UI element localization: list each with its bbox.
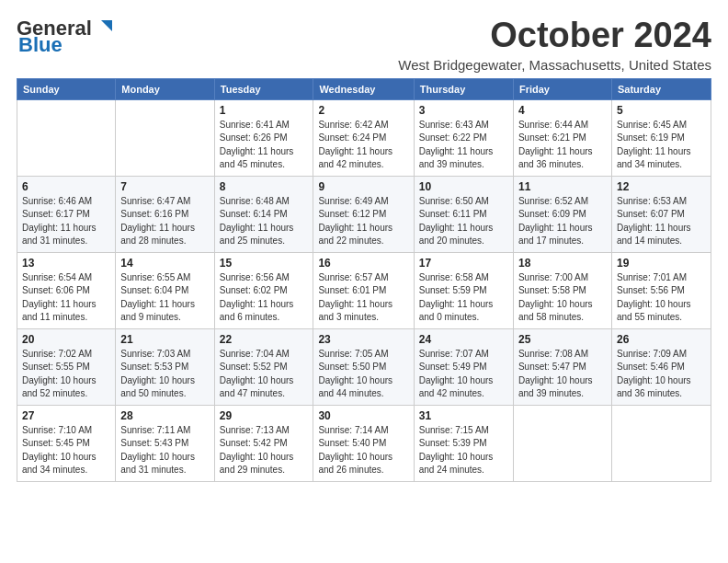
logo-blue: Blue bbox=[18, 33, 63, 57]
day-number: 30 bbox=[318, 409, 408, 422]
logo-area: General Blue bbox=[17, 17, 114, 57]
day-info: Sunrise: 6:52 AM Sunset: 6:09 PM Dayligh… bbox=[518, 195, 607, 248]
day-info: Sunrise: 6:44 AM Sunset: 6:21 PM Dayligh… bbox=[518, 119, 607, 172]
calendar-week-row: 13Sunrise: 6:54 AM Sunset: 6:06 PM Dayli… bbox=[17, 252, 711, 328]
calendar-day-cell: 9Sunrise: 6:49 AM Sunset: 6:12 PM Daylig… bbox=[313, 176, 414, 252]
calendar-day-cell: 28Sunrise: 7:11 AM Sunset: 5:43 PM Dayli… bbox=[116, 405, 214, 481]
day-info: Sunrise: 6:54 AM Sunset: 6:06 PM Dayligh… bbox=[22, 271, 110, 325]
col-monday: Monday bbox=[116, 78, 214, 99]
day-number: 12 bbox=[617, 180, 706, 193]
month-title: October 2024 bbox=[398, 17, 711, 55]
calendar-day-cell bbox=[513, 405, 611, 481]
calendar-day-cell: 14Sunrise: 6:55 AM Sunset: 6:04 PM Dayli… bbox=[116, 252, 214, 328]
calendar-day-cell bbox=[17, 99, 116, 176]
day-info: Sunrise: 7:00 AM Sunset: 5:58 PM Dayligh… bbox=[518, 271, 607, 325]
day-info: Sunrise: 7:01 AM Sunset: 5:56 PM Dayligh… bbox=[617, 271, 706, 325]
day-number: 28 bbox=[120, 409, 209, 422]
location-title: West Bridgegewater, Massachusetts, Unite… bbox=[398, 57, 711, 73]
day-number: 18 bbox=[518, 257, 607, 270]
day-info: Sunrise: 7:02 AM Sunset: 5:55 PM Dayligh… bbox=[22, 348, 110, 401]
day-number: 26 bbox=[617, 333, 706, 346]
calendar-week-row: 27Sunrise: 7:10 AM Sunset: 5:45 PM Dayli… bbox=[17, 405, 711, 481]
col-saturday: Saturday bbox=[611, 78, 711, 99]
calendar-day-cell: 15Sunrise: 6:56 AM Sunset: 6:02 PM Dayli… bbox=[214, 252, 313, 328]
day-number: 13 bbox=[22, 257, 110, 270]
title-area: October 2024 West Bridgegewater, Massach… bbox=[398, 17, 711, 73]
day-info: Sunrise: 6:42 AM Sunset: 6:24 PM Dayligh… bbox=[318, 119, 408, 172]
day-info: Sunrise: 7:13 AM Sunset: 5:42 PM Dayligh… bbox=[220, 424, 309, 477]
calendar-day-cell: 3Sunrise: 6:43 AM Sunset: 6:22 PM Daylig… bbox=[414, 99, 513, 176]
day-number: 2 bbox=[318, 104, 408, 117]
day-number: 25 bbox=[518, 333, 607, 346]
calendar-day-cell: 5Sunrise: 6:45 AM Sunset: 6:19 PM Daylig… bbox=[611, 99, 711, 176]
col-wednesday: Wednesday bbox=[313, 78, 414, 99]
calendar-day-cell: 4Sunrise: 6:44 AM Sunset: 6:21 PM Daylig… bbox=[513, 99, 611, 176]
day-number: 8 bbox=[220, 180, 309, 193]
day-info: Sunrise: 6:56 AM Sunset: 6:02 PM Dayligh… bbox=[220, 271, 309, 325]
calendar-day-cell: 25Sunrise: 7:08 AM Sunset: 5:47 PM Dayli… bbox=[513, 328, 611, 405]
day-number: 10 bbox=[419, 180, 508, 193]
day-info: Sunrise: 7:09 AM Sunset: 5:46 PM Dayligh… bbox=[617, 348, 706, 401]
calendar-day-cell: 12Sunrise: 6:53 AM Sunset: 6:07 PM Dayli… bbox=[611, 176, 711, 252]
col-tuesday: Tuesday bbox=[214, 78, 313, 99]
day-number: 3 bbox=[419, 104, 508, 117]
day-number: 31 bbox=[419, 409, 508, 422]
day-number: 9 bbox=[318, 180, 408, 193]
calendar-day-cell: 17Sunrise: 6:58 AM Sunset: 5:59 PM Dayli… bbox=[414, 252, 513, 328]
day-number: 5 bbox=[617, 104, 706, 117]
calendar-week-row: 1Sunrise: 6:41 AM Sunset: 6:26 PM Daylig… bbox=[17, 99, 711, 176]
day-info: Sunrise: 6:58 AM Sunset: 5:59 PM Dayligh… bbox=[419, 271, 508, 325]
calendar-day-cell: 22Sunrise: 7:04 AM Sunset: 5:52 PM Dayli… bbox=[214, 328, 313, 405]
day-number: 15 bbox=[220, 257, 309, 270]
calendar: Sunday Monday Tuesday Wednesday Thursday… bbox=[17, 78, 711, 482]
calendar-day-cell: 19Sunrise: 7:01 AM Sunset: 5:56 PM Dayli… bbox=[611, 252, 711, 328]
calendar-week-row: 20Sunrise: 7:02 AM Sunset: 5:55 PM Dayli… bbox=[17, 328, 711, 405]
calendar-day-cell: 30Sunrise: 7:14 AM Sunset: 5:40 PM Dayli… bbox=[313, 405, 414, 481]
day-info: Sunrise: 7:05 AM Sunset: 5:50 PM Dayligh… bbox=[318, 348, 408, 401]
day-info: Sunrise: 7:11 AM Sunset: 5:43 PM Dayligh… bbox=[120, 424, 209, 477]
header: General Blue October 2024 West Bridgegew… bbox=[17, 17, 711, 73]
page: General Blue October 2024 West Bridgegew… bbox=[0, 0, 728, 491]
calendar-day-cell: 10Sunrise: 6:50 AM Sunset: 6:11 PM Dayli… bbox=[414, 176, 513, 252]
day-info: Sunrise: 7:07 AM Sunset: 5:49 PM Dayligh… bbox=[419, 348, 508, 401]
calendar-day-cell: 1Sunrise: 6:41 AM Sunset: 6:26 PM Daylig… bbox=[214, 99, 313, 176]
day-info: Sunrise: 7:03 AM Sunset: 5:53 PM Dayligh… bbox=[120, 348, 209, 401]
day-number: 11 bbox=[518, 180, 607, 193]
calendar-header-row: Sunday Monday Tuesday Wednesday Thursday… bbox=[17, 78, 711, 99]
calendar-day-cell: 13Sunrise: 6:54 AM Sunset: 6:06 PM Dayli… bbox=[17, 252, 116, 328]
day-number: 1 bbox=[220, 104, 309, 117]
logo-icon bbox=[94, 17, 114, 40]
day-number: 16 bbox=[318, 257, 408, 270]
calendar-day-cell: 7Sunrise: 6:47 AM Sunset: 6:16 PM Daylig… bbox=[116, 176, 214, 252]
day-info: Sunrise: 6:43 AM Sunset: 6:22 PM Dayligh… bbox=[419, 119, 508, 172]
calendar-day-cell: 18Sunrise: 7:00 AM Sunset: 5:58 PM Dayli… bbox=[513, 252, 611, 328]
col-sunday: Sunday bbox=[17, 78, 116, 99]
day-info: Sunrise: 7:04 AM Sunset: 5:52 PM Dayligh… bbox=[220, 348, 309, 401]
day-info: Sunrise: 6:41 AM Sunset: 6:26 PM Dayligh… bbox=[220, 119, 309, 172]
calendar-day-cell: 6Sunrise: 6:46 AM Sunset: 6:17 PM Daylig… bbox=[17, 176, 116, 252]
calendar-day-cell: 11Sunrise: 6:52 AM Sunset: 6:09 PM Dayli… bbox=[513, 176, 611, 252]
calendar-day-cell: 27Sunrise: 7:10 AM Sunset: 5:45 PM Dayli… bbox=[17, 405, 116, 481]
day-number: 20 bbox=[22, 333, 110, 346]
calendar-day-cell bbox=[611, 405, 711, 481]
day-info: Sunrise: 7:08 AM Sunset: 5:47 PM Dayligh… bbox=[518, 348, 607, 401]
day-info: Sunrise: 7:14 AM Sunset: 5:40 PM Dayligh… bbox=[318, 424, 408, 477]
col-friday: Friday bbox=[513, 78, 611, 99]
calendar-day-cell: 29Sunrise: 7:13 AM Sunset: 5:42 PM Dayli… bbox=[214, 405, 313, 481]
day-info: Sunrise: 6:48 AM Sunset: 6:14 PM Dayligh… bbox=[220, 195, 309, 248]
day-number: 17 bbox=[419, 257, 508, 270]
calendar-day-cell: 31Sunrise: 7:15 AM Sunset: 5:39 PM Dayli… bbox=[414, 405, 513, 481]
day-number: 29 bbox=[220, 409, 309, 422]
day-number: 27 bbox=[22, 409, 110, 422]
day-number: 22 bbox=[220, 333, 309, 346]
calendar-week-row: 6Sunrise: 6:46 AM Sunset: 6:17 PM Daylig… bbox=[17, 176, 711, 252]
calendar-day-cell: 24Sunrise: 7:07 AM Sunset: 5:49 PM Dayli… bbox=[414, 328, 513, 405]
day-info: Sunrise: 6:57 AM Sunset: 6:01 PM Dayligh… bbox=[318, 271, 408, 325]
day-info: Sunrise: 6:45 AM Sunset: 6:19 PM Dayligh… bbox=[617, 119, 706, 172]
day-number: 7 bbox=[120, 180, 209, 193]
day-info: Sunrise: 6:55 AM Sunset: 6:04 PM Dayligh… bbox=[120, 271, 209, 325]
calendar-day-cell: 20Sunrise: 7:02 AM Sunset: 5:55 PM Dayli… bbox=[17, 328, 116, 405]
calendar-day-cell: 16Sunrise: 6:57 AM Sunset: 6:01 PM Dayli… bbox=[313, 252, 414, 328]
day-info: Sunrise: 7:10 AM Sunset: 5:45 PM Dayligh… bbox=[22, 424, 110, 477]
day-number: 24 bbox=[419, 333, 508, 346]
